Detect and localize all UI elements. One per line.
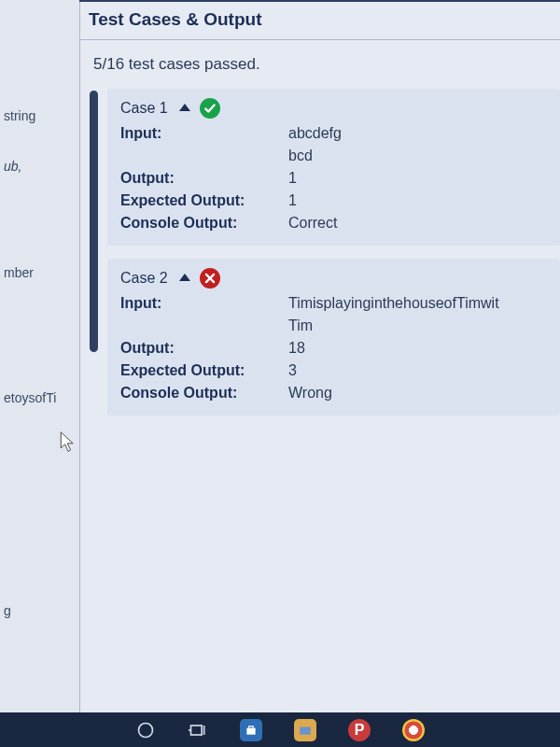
taskview-icon[interactable] (188, 720, 208, 740)
case-label: Case 1 (120, 100, 168, 117)
vertical-scrollbar[interactable] (90, 91, 98, 705)
console-label: Console Output: (120, 212, 288, 234)
console-value: Wrong (288, 382, 551, 404)
explorer-icon[interactable] (294, 719, 316, 741)
expected-label: Expected Output: (120, 359, 288, 382)
svg-point-2 (139, 723, 153, 737)
expected-value: 1 (288, 190, 551, 212)
svg-rect-6 (300, 726, 311, 734)
output-label: Output: (120, 337, 288, 359)
output-value: 1 (288, 167, 551, 190)
input-value: TimisplayinginthehouseofTimwit Tim (288, 292, 551, 337)
problem-text-gutter: string ub, mber etoysofTi g (0, 0, 80, 712)
results-panel: Test Cases & Output 5/16 test cases pass… (80, 0, 560, 712)
expected-value: 3 (288, 359, 551, 382)
test-case-list: Case 1 Input:abcdefg bcd Output:1 Expect… (102, 83, 560, 712)
console-label: Console Output: (120, 382, 288, 404)
test-case: Case 2 Input:TimisplayinginthehouseofTim… (107, 259, 560, 416)
input-label: Input: (120, 122, 288, 167)
test-summary: 5/16 test cases passed. (80, 40, 560, 83)
chevron-up-icon (179, 104, 190, 111)
check-circle-icon (200, 98, 220, 119)
expected-label: Expected Output: (120, 190, 288, 212)
p-app-icon[interactable]: P (348, 719, 371, 741)
test-case: Case 1 Input:abcdefg bcd Output:1 Expect… (107, 89, 560, 246)
svg-rect-3 (191, 726, 203, 735)
input-label: Input: (120, 292, 288, 337)
chrome-icon[interactable] (402, 719, 425, 741)
x-circle-icon (200, 268, 220, 289)
case-header[interactable]: Case 1 (120, 98, 551, 119)
case-header[interactable]: Case 2 (120, 268, 551, 289)
store-icon[interactable] (240, 719, 262, 741)
code-fragment: mber (0, 260, 79, 286)
console-value: Correct (288, 212, 551, 234)
code-fragment: ub, (0, 153, 79, 179)
panel-title: Test Cases & Output (79, 0, 560, 40)
chevron-up-icon (179, 274, 190, 281)
circle-icon[interactable] (135, 720, 156, 740)
output-value: 18 (288, 337, 551, 359)
taskbar[interactable]: P (0, 712, 560, 747)
case-label: Case 2 (120, 270, 168, 287)
output-label: Output: (120, 167, 288, 190)
code-fragment: etoysofTi (0, 385, 79, 411)
code-fragment: string (0, 103, 79, 129)
scrollbar-thumb[interactable] (90, 91, 98, 352)
input-value: abcdefg bcd (288, 122, 551, 167)
code-fragment: g (0, 598, 79, 624)
